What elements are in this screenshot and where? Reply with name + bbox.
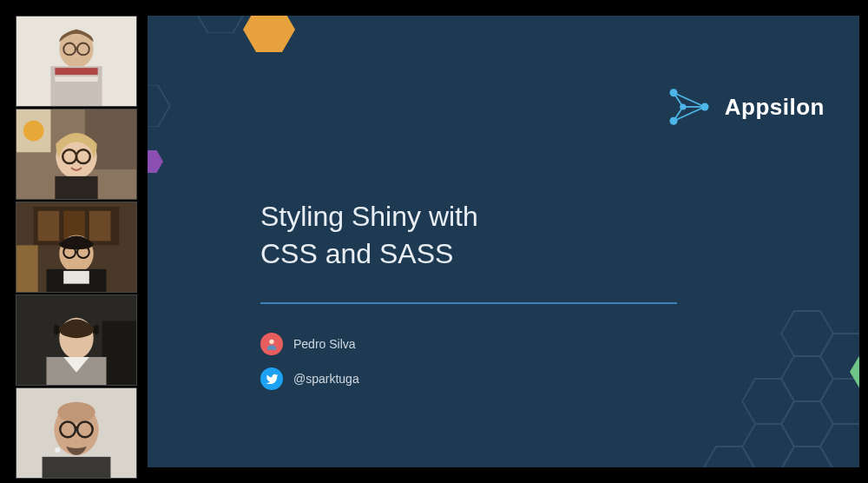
svg-marker-41 [195,16,246,33]
twitter-handle: @sparktuga [293,372,359,386]
svg-point-34 [57,402,95,423]
svg-point-11 [23,121,44,142]
author-name: Pedro Silva [293,337,356,351]
svg-rect-27 [16,245,38,292]
participant-tile[interactable] [16,16,137,107]
participant-tile[interactable] [16,387,137,479]
participant-video [16,109,136,200]
svg-marker-49 [820,379,859,424]
participant-tile[interactable] [16,202,137,293]
participant-sidebar [0,16,139,483]
svg-point-61 [669,117,677,125]
svg-point-63 [700,103,708,111]
main-content: Appsilon Styling Shiny with CSS and SASS… [148,16,868,483]
hexagon-cluster [668,276,859,467]
svg-rect-16 [55,176,97,200]
hexagon-decoration [148,85,170,127]
svg-marker-42 [148,85,170,127]
participant-video [16,17,136,107]
author-row: Pedro Silva [260,333,356,355]
svg-rect-19 [38,211,60,242]
twitter-row: @sparktuga [260,367,359,390]
svg-marker-54 [850,353,859,391]
brand-logo: Appsilon [666,83,825,130]
svg-marker-48 [781,401,833,447]
video-call-container: Appsilon Styling Shiny with CSS and SASS… [0,0,868,483]
svg-rect-38 [43,457,111,479]
svg-marker-52 [820,424,859,467]
svg-rect-21 [89,211,111,242]
svg-marker-40 [243,16,295,52]
svg-rect-7 [55,76,97,82]
svg-rect-26 [63,271,89,284]
svg-point-60 [669,89,677,96]
person-icon [260,333,283,355]
participant-video [16,388,136,479]
svg-marker-47 [742,379,794,424]
svg-rect-29 [102,321,136,386]
participant-tile[interactable] [16,109,137,200]
participant-tile[interactable] [16,294,137,386]
svg-rect-6 [55,68,97,75]
svg-marker-46 [781,356,833,401]
svg-marker-53 [703,447,755,467]
svg-marker-43 [148,150,163,173]
slide-title: Styling Shiny with CSS and SASS [260,198,478,273]
svg-point-64 [269,340,273,344]
hexagon-decoration [243,16,295,52]
twitter-icon [260,367,283,390]
hexagon-decoration [195,16,246,33]
title-divider [260,302,677,304]
svg-point-62 [680,103,686,109]
svg-marker-44 [781,311,833,356]
hexagon-decoration [148,150,163,173]
participant-video [16,295,136,386]
participant-video [16,202,136,293]
presentation-slide[interactable]: Appsilon Styling Shiny with CSS and SASS… [148,16,859,467]
brand-name: Appsilon [725,94,825,121]
title-line-2: CSS and SASS [260,235,478,273]
appsilon-icon [666,83,713,130]
title-line-1: Styling Shiny with [260,198,478,235]
svg-point-39 [55,447,60,453]
